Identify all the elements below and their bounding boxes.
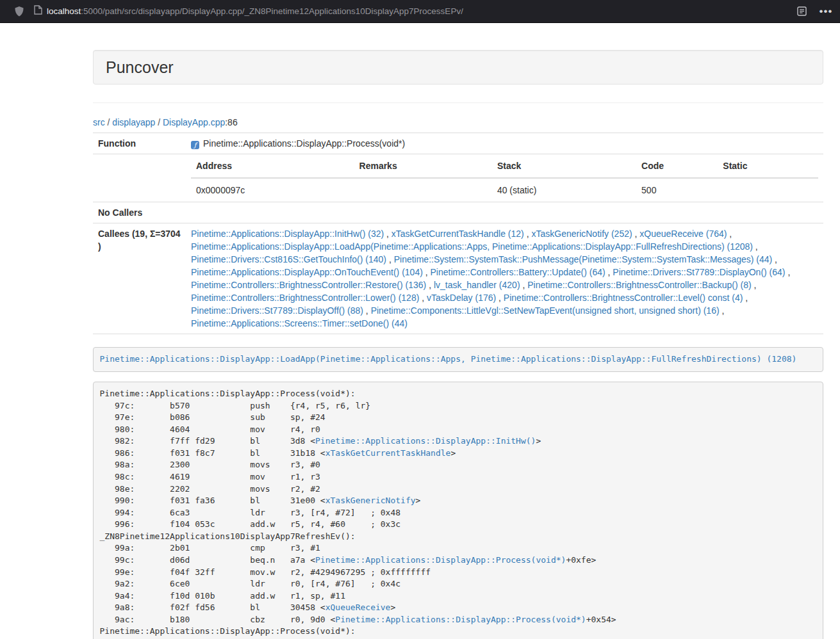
code-text: 996: f104 053c add.w r5, r4, #60 ; 0x3c xyxy=(100,519,401,529)
menu-dots-icon[interactable]: ••• xyxy=(813,8,839,15)
code-symbol-link[interactable]: xTaskGetCurrentTaskHandle xyxy=(325,448,451,458)
highlighted-symbol-line[interactable]: Pinetime::Applications::DisplayApp::Load… xyxy=(93,347,823,372)
browser-toolbar: localhost:5000/path/src/displayapp/Displ… xyxy=(0,0,840,23)
breadcrumb-link[interactable]: src xyxy=(93,117,105,127)
code-text: 97c: b570 push {r4, r5, r6, lr} xyxy=(100,401,371,410)
stats-header: Static xyxy=(718,158,818,178)
page-icon[interactable] xyxy=(34,5,42,17)
code-symbol-link[interactable]: Pinetime::Applications::DisplayApp::Init… xyxy=(315,436,536,446)
code-text: 98c: 4619 mov r1, r3 xyxy=(100,472,320,481)
main-content: Puncover src / displayapp / DisplayApp.c… xyxy=(93,50,823,639)
code-symbol-link[interactable]: xTaskGenericNotify xyxy=(325,496,416,505)
code-symbol-link[interactable]: Pinetime::Applications::DisplayApp::Proc… xyxy=(315,555,566,565)
callee-link[interactable]: xQueueReceive (764) xyxy=(639,229,727,239)
callee-link[interactable]: Pinetime::Components::LittleVgl::SetNewT… xyxy=(371,305,720,316)
callee-link[interactable]: Pinetime::Controllers::Battery::Update()… xyxy=(431,267,605,277)
code-text: 9a2: 6ce0 ldr r0, [r4, #76] ; 0x4c xyxy=(100,579,401,588)
code-text: 982: f7ff fd29 bl 3d8 < xyxy=(100,436,316,446)
stats-table: AddressRemarksStackCodeStatic 0x0000097c… xyxy=(191,158,818,198)
function-row: Function ƒPinetime::Applications::Displa… xyxy=(93,133,823,154)
breadcrumb-link[interactable]: displayapp xyxy=(112,117,155,127)
stats-header: Address xyxy=(191,158,354,178)
code-text: 99c: d06d beq.n a7a < xyxy=(100,555,316,565)
code-text: 99e: f04f 32ff mov.w r2, #4294967295 ; 0… xyxy=(100,567,431,577)
function-icon: ƒ xyxy=(191,141,199,149)
callee-link[interactable]: Pinetime::Controllers::BrightnessControl… xyxy=(504,293,743,303)
code-text: +0x54> xyxy=(586,615,616,624)
code-text: > xyxy=(536,436,541,446)
breadcrumb-line-number: :86 xyxy=(225,117,237,127)
callee-link[interactable]: Pinetime::Applications::DisplayApp::Load… xyxy=(191,241,753,252)
code-text: Pinetime::Applications::DisplayApp::Proc… xyxy=(100,389,356,398)
code-text: 986: f031 f8c7 bl 31b18 < xyxy=(100,448,325,458)
code-text: _ZN8Pinetime12Applications10DisplayApp7R… xyxy=(100,531,356,541)
function-label: Function xyxy=(93,133,186,154)
stats-header: Code xyxy=(636,158,718,178)
callee-link[interactable]: xTaskGetCurrentTaskHandle (12) xyxy=(391,229,524,239)
breadcrumb-separator: / xyxy=(105,117,113,127)
callee-link[interactable]: Pinetime::System::SystemTask::PushMessag… xyxy=(394,254,773,264)
url-host: localhost xyxy=(47,6,81,16)
stats-header: Remarks xyxy=(354,158,492,178)
stats-header-row: AddressRemarksStackCodeStatic xyxy=(191,158,818,178)
code-text: 98e: 2202 movs r2, #2 xyxy=(100,484,320,494)
callees-row: Callees (19, Σ=3704 ) Pinetime::Applicat… xyxy=(93,223,823,334)
divider xyxy=(93,102,823,103)
stats-value: 500 xyxy=(636,178,718,198)
callees-label: Callees (19, Σ=3704 ) xyxy=(93,223,186,334)
code-text: 98a: 2300 movs r3, #0 xyxy=(100,460,320,469)
code-text: 99a: 2b01 cmp r3, #1 xyxy=(100,543,320,553)
code-text: 97e: b086 sub sp, #24 xyxy=(100,412,325,422)
callee-link[interactable]: Pinetime::Controllers::BrightnessControl… xyxy=(191,280,426,290)
code-symbol-link[interactable]: xQueueReceive xyxy=(325,603,391,612)
breadcrumb-separator: / xyxy=(155,117,163,127)
breadcrumb: src / displayapp / DisplayApp.cpp:86 xyxy=(93,117,823,127)
callee-link[interactable]: vTaskDelay (176) xyxy=(427,293,496,303)
callee-link[interactable]: Pinetime::Applications::Screens::Timer::… xyxy=(191,318,408,328)
callee-link[interactable]: xTaskGenericNotify (252) xyxy=(531,229,632,239)
code-text: 994: 6ca3 ldr r3, [r4, #72] ; 0x48 xyxy=(100,508,401,517)
callee-link[interactable]: Pinetime::Drivers::St7789::DisplayOn() (… xyxy=(613,267,785,277)
stats-value: 0x0000097c xyxy=(191,178,354,198)
code-text: > xyxy=(390,603,395,612)
disassembly: Pinetime::Applications::DisplayApp::Proc… xyxy=(93,382,823,639)
no-callers-label: No Callers xyxy=(93,202,186,223)
function-name-cell: ƒPinetime::Applications::DisplayApp::Pro… xyxy=(186,133,823,154)
page-title: Puncover xyxy=(106,57,811,77)
url-text: localhost:5000/path/src/displayapp/Displ… xyxy=(47,6,463,16)
breadcrumb-link[interactable]: DisplayApp.cpp xyxy=(163,117,225,127)
code-text: +0xfe> xyxy=(566,555,596,565)
stats-header: Stack xyxy=(492,158,636,178)
shield-icon[interactable] xyxy=(8,6,30,17)
stats-value xyxy=(718,178,818,198)
stats-value-row: 0x0000097c40 (static)500 xyxy=(191,178,818,198)
code-text: 9ac: b180 cbz r0, 9d0 < xyxy=(100,615,336,624)
app-header-panel: Puncover xyxy=(93,50,823,85)
stats-row: AddressRemarksStackCodeStatic 0x0000097c… xyxy=(93,154,823,202)
reader-view-icon[interactable] xyxy=(790,6,813,16)
callee-link[interactable]: Pinetime::Applications::DisplayApp::Init… xyxy=(191,229,384,239)
symbol-table: Function ƒPinetime::Applications::Displa… xyxy=(93,133,823,334)
callees-list: Pinetime::Applications::DisplayApp::Init… xyxy=(186,223,823,334)
code-text: 9a8: f02f fd56 bl 30458 < xyxy=(100,603,325,612)
code-text: 9a4: f10d 010b add.w r1, sp, #11 xyxy=(100,591,346,601)
stats-value: 40 (static) xyxy=(492,178,636,198)
callee-link[interactable]: lv_task_handler (420) xyxy=(434,280,520,290)
callee-link[interactable]: Pinetime::Controllers::BrightnessControl… xyxy=(191,293,419,303)
code-text: 980: 4604 mov r4, r0 xyxy=(100,425,320,434)
callee-link[interactable]: Pinetime::Controllers::BrightnessControl… xyxy=(527,280,751,290)
code-text: > xyxy=(450,448,456,458)
stats-value xyxy=(354,178,492,198)
callee-link[interactable]: Pinetime::Drivers::St7789::DisplayOff() … xyxy=(191,305,363,316)
code-symbol-link[interactable]: Pinetime::Applications::DisplayApp::Proc… xyxy=(335,615,586,624)
callee-link[interactable]: Pinetime::Drivers::Cst816S::GetTouchInfo… xyxy=(191,254,386,264)
callee-link[interactable]: Pinetime::Applications::DisplayApp::OnTo… xyxy=(191,267,423,277)
function-name: Pinetime::Applications::DisplayApp::Proc… xyxy=(203,138,405,149)
callers-row: No Callers xyxy=(93,202,823,223)
code-text: > xyxy=(416,496,421,505)
url-bar[interactable]: localhost:5000/path/src/displayapp/Displ… xyxy=(34,5,790,17)
url-path: :5000/path/src/displayapp/DisplayApp.cpp… xyxy=(81,6,463,16)
code-text: 990: f031 fa36 bl 31e00 < xyxy=(100,496,325,505)
code-text: Pinetime::Applications::DisplayApp::Proc… xyxy=(100,626,356,636)
